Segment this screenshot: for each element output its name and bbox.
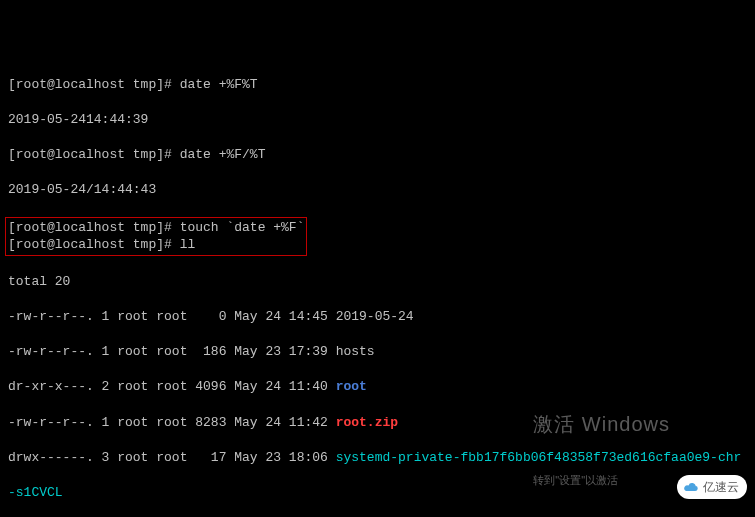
file-entry: -rw-r--r--. 1 root root 0 May 24 14:45 2… [8, 308, 747, 326]
terminal-line: [root@localhost tmp]# date +%F/%T [8, 146, 747, 164]
cloud-icon [683, 480, 699, 494]
windows-activation-watermark: 激活 Windows 转到"设置"以激活 [533, 375, 670, 505]
terminal-output: total 20 [8, 273, 747, 291]
logo-text: 亿速云 [703, 479, 739, 495]
terminal-output: 2019-05-2414:44:39 [8, 111, 747, 129]
terminal-output: 2019-05-24/14:44:43 [8, 181, 747, 199]
file-entry: -rw-r--r--. 1 root root 186 May 23 17:39… [8, 343, 747, 361]
archive-name: root.zip [336, 415, 398, 430]
watermark-title: 激活 Windows [533, 411, 670, 438]
highlight-box-touch: [root@localhost tmp]# touch `date +%F` [… [5, 217, 307, 256]
provider-logo: 亿速云 [677, 475, 747, 499]
dir-name: root [336, 379, 367, 394]
terminal-line: [root@localhost tmp]# date +%F%T [8, 76, 747, 94]
watermark-subtitle: 转到"设置"以激活 [533, 473, 670, 488]
